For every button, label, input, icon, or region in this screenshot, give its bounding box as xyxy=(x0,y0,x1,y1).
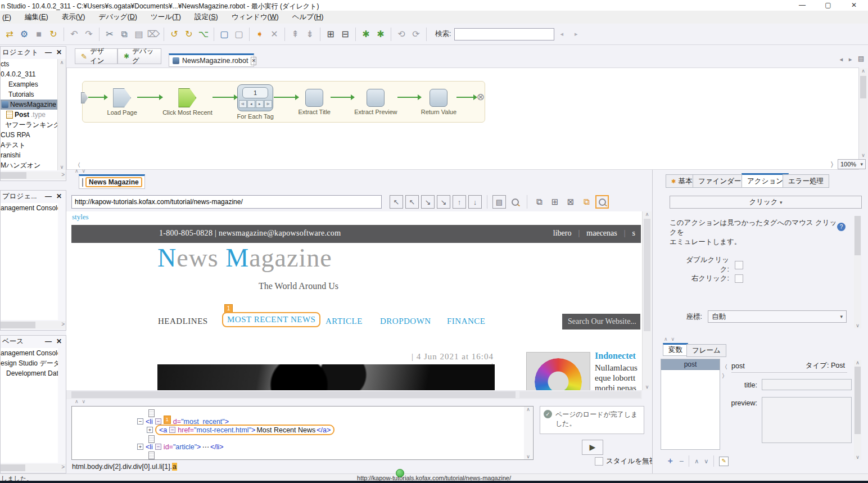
selected-tag-highlight[interactable]: <a − href="most-recent.html">Most Recent… xyxy=(155,425,334,435)
tree-item-newsmagazine[interactable]: NewsMagazine xyxy=(1,100,58,110)
minimize-button[interactable]: — xyxy=(789,0,815,11)
topbar-link[interactable]: maecenas xyxy=(580,229,623,238)
search-next-icon[interactable]: ▸ xyxy=(575,30,578,38)
attr-box-icon[interactable]: − xyxy=(169,427,175,433)
browser-viewport[interactable]: styles 1-800-805-0828 | newsmagazine@kap… xyxy=(66,211,642,390)
action-step-icon[interactable] xyxy=(113,88,131,107)
tree-item[interactable]: Development Database xyxy=(1,368,58,378)
tab-variables[interactable]: 変数 xyxy=(663,343,688,356)
loop-first-icon[interactable]: ⊲ xyxy=(239,100,247,108)
history-back-icon[interactable]: ⟲ xyxy=(394,27,409,42)
close-panel-icon[interactable]: ✕ xyxy=(56,192,62,200)
selected-action-step-icon[interactable] xyxy=(178,88,196,107)
variables-list[interactable]: post xyxy=(661,359,720,450)
browser-horizontal-scrollbar[interactable] xyxy=(66,390,642,399)
tree-item[interactable]: esign Studio データベー xyxy=(1,358,58,368)
cut-icon[interactable]: ✂ xyxy=(102,27,117,42)
branch-icon[interactable]: ⌥ xyxy=(196,27,211,42)
canvas-scroll-right-icon[interactable]: 〉 xyxy=(830,160,837,170)
menu-item-view[interactable]: 表示(V) xyxy=(55,12,92,22)
robot-workflow-canvas[interactable]: Load Page Click Most Recent 1 ⊲ ◂ ▸ ⊳ Fo… xyxy=(66,67,859,170)
menu-item-file[interactable]: (F) xyxy=(0,13,18,21)
double-click-checkbox[interactable] xyxy=(735,261,743,269)
nav-article[interactable]: ARTICLE xyxy=(326,317,363,326)
zoom-select[interactable]: 100% ▾ xyxy=(838,159,866,169)
scroll-up-icon[interactable]: ∧ xyxy=(58,60,66,65)
canvas-vertical-scrollbar[interactable]: ∧ ∨ xyxy=(859,68,867,158)
tab-design[interactable]: ✎ デザイン xyxy=(75,48,117,64)
step-for-each-tag[interactable]: 1 ⊲ ◂ ▸ ⊳ For Each Tag xyxy=(237,82,274,120)
menu-item-help[interactable]: ヘルプ(H) xyxy=(286,12,331,22)
step-backward-icon[interactable]: ↶ xyxy=(67,27,82,42)
loop-last-icon[interactable]: ⊳ xyxy=(264,100,272,108)
search-input[interactable] xyxy=(454,28,554,40)
scroll-down-icon[interactable]: ∨ xyxy=(524,454,532,459)
tree-item-post-type[interactable]: Post.type xyxy=(1,110,58,120)
tree-item[interactable]: cts xyxy=(1,59,58,69)
debug-from-here-icon[interactable]: ✱ xyxy=(373,27,388,42)
a-most-recent-row[interactable]: + <a − href="most-recent.html">Most Rece… xyxy=(147,426,334,434)
styles-link[interactable]: styles xyxy=(72,213,89,222)
nav-most-recent-news[interactable]: MOST RECENT NEWS xyxy=(222,312,320,327)
new-window-icon[interactable]: ⊞ xyxy=(548,195,562,209)
stop-icon[interactable]: ■ xyxy=(31,27,46,42)
tree-item[interactable]: ranishi xyxy=(1,150,58,160)
close-panel-icon[interactable]: ✕ xyxy=(56,48,62,56)
menu-item-settings[interactable]: 設定(S) xyxy=(188,12,225,22)
loop-step-icon[interactable]: 1 ⊲ ◂ ▸ ⊳ xyxy=(237,84,273,111)
loop-prev-icon[interactable]: ◂ xyxy=(247,100,255,108)
tree-splitter-updown-icons[interactable]: ∧∨ xyxy=(75,399,89,404)
html-tree-view[interactable]: − <li − 1 d="most_recent"> + <a − href="… xyxy=(71,406,534,460)
scrollbar-thumb[interactable] xyxy=(1,172,26,179)
nav-headlines[interactable]: HEADLINES xyxy=(158,317,208,326)
tab-error-handling[interactable]: エラー処理 xyxy=(783,174,829,188)
select-tag-icon[interactable]: ▢ xyxy=(217,27,232,42)
close-button[interactable]: ✕ xyxy=(841,0,867,11)
tab-action[interactable]: アクション xyxy=(742,173,789,188)
menu-item-debug[interactable]: デバッグ(D) xyxy=(92,12,144,22)
tree-item[interactable]: CUS RPA xyxy=(1,130,58,140)
tab-scroll-right-icon[interactable]: ▸ xyxy=(849,56,852,62)
tree-item[interactable]: ヤフーランキング xyxy=(1,120,58,130)
menu-item-window[interactable]: ウィンドウ(W) xyxy=(225,12,286,22)
debug-icon[interactable]: ✱ xyxy=(359,27,373,42)
scroll-right-icon[interactable]: > xyxy=(61,171,65,178)
new-view-icon[interactable]: ⊞ xyxy=(323,27,338,42)
scroll-down-icon[interactable]: ∨ xyxy=(859,152,867,158)
text-node-row[interactable] xyxy=(148,451,155,459)
last-tag-icon[interactable]: ↘ xyxy=(437,195,450,209)
scroll-up-icon[interactable]: ∧ xyxy=(854,360,861,365)
add-variable-icon[interactable]: ＋ xyxy=(666,456,674,466)
scrollbar-thumb[interactable] xyxy=(71,391,516,398)
action-vertical-scrollbar[interactable]: ∨ xyxy=(854,216,861,328)
insert-step-icon[interactable]: ➧ xyxy=(252,27,267,42)
topbar-link[interactable]: s xyxy=(626,229,636,238)
redo-icon[interactable]: ↻ xyxy=(182,27,196,42)
action-type-select[interactable]: クリック ▾ xyxy=(670,196,862,209)
open-window-icon[interactable]: ⧉ xyxy=(532,195,546,209)
undo-icon[interactable]: ↺ xyxy=(167,27,182,42)
sidebar-article-title[interactable]: Indonectet xyxy=(595,351,636,361)
search-prev-icon[interactable]: ◂ xyxy=(560,30,563,38)
extract-step-icon[interactable] xyxy=(367,89,385,107)
scroll-up-icon[interactable]: ∧ xyxy=(643,211,652,217)
refresh-robot-icon[interactable]: ↻ xyxy=(46,27,61,42)
tree-item[interactable]: Mハンズオン xyxy=(1,160,58,170)
continue-execution-icon[interactable]: ⇄ xyxy=(2,27,17,42)
topbar-link[interactable]: libero xyxy=(546,229,578,238)
flow-end-icon[interactable]: ⊗ xyxy=(477,92,485,103)
text-node-row[interactable] xyxy=(148,409,155,417)
edit-variable-icon[interactable]: ✎ xyxy=(719,457,729,466)
site-logo[interactable]: News Magazine xyxy=(157,243,332,273)
expand-icon[interactable]: + xyxy=(147,427,153,433)
variable-item-post[interactable]: post xyxy=(661,359,720,370)
scrollbar-thumb[interactable] xyxy=(1,322,35,328)
title-field-input[interactable] xyxy=(762,379,852,390)
play-button[interactable]: ▶ xyxy=(582,440,603,455)
tree-item[interactable]: Aテスト xyxy=(1,140,58,150)
article-photo[interactable] xyxy=(157,364,495,390)
menu-item-edit[interactable]: 編集(E) xyxy=(18,12,55,22)
first-tag-icon[interactable]: ↖ xyxy=(390,195,403,209)
shared-horizontal-scrollbar[interactable]: > xyxy=(1,321,66,329)
extract-step-icon[interactable] xyxy=(305,89,323,107)
